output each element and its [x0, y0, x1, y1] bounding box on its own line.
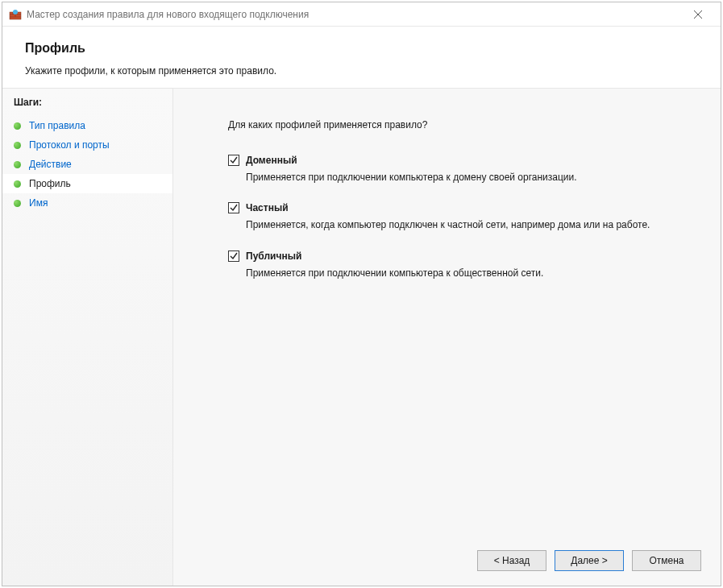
wizard-header: Профиль Укажите профили, к которым приме…	[2, 27, 721, 88]
window-title: Мастер создания правила для нового входя…	[27, 9, 682, 20]
option-description: Применяется при подключении компьютера к…	[228, 267, 671, 280]
option-label: Публичный	[246, 251, 301, 262]
step-item-profile[interactable]: Профиль	[2, 174, 172, 193]
step-item-name[interactable]: Имя	[2, 193, 172, 213]
page-subtitle: Укажите профили, к которым применяется э…	[25, 65, 698, 77]
option-private: Частный Применяется, когда компьютер под…	[228, 202, 696, 232]
check-row: Доменный	[228, 155, 696, 166]
option-label: Частный	[246, 202, 289, 213]
option-domain: Доменный Применяется при подключении ком…	[228, 155, 696, 184]
close-button[interactable]	[682, 3, 714, 26]
svg-point-6	[13, 10, 18, 14]
step-item-protocol-ports[interactable]: Протокол и порты	[2, 135, 172, 155]
back-button[interactable]: < Назад	[477, 550, 546, 571]
check-row: Публичный	[228, 251, 696, 262]
profile-question: Для каких профилей применяется правило?	[228, 119, 696, 130]
step-label: Протокол и порты	[29, 139, 110, 151]
option-label: Доменный	[246, 155, 297, 166]
main-content: Для каких профилей применяется правило? …	[173, 89, 721, 539]
wizard-body: Шаги: Тип правила Протокол и порты Дейст…	[2, 88, 721, 586]
step-label: Имя	[29, 197, 48, 209]
cancel-button[interactable]: Отмена	[632, 550, 701, 571]
checkbox-private[interactable]	[228, 202, 239, 213]
step-label: Тип правила	[29, 120, 85, 131]
checkbox-public[interactable]	[228, 251, 239, 262]
steps-title: Шаги:	[2, 89, 172, 116]
main-panel: Для каких профилей применяется правило? …	[173, 88, 721, 586]
wizard-window: Мастер создания правила для нового входя…	[2, 2, 721, 586]
wizard-footer: < Назад Далее > Отмена	[173, 539, 721, 586]
page-title: Профиль	[25, 41, 698, 56]
option-description: Применяется при подключении компьютера к…	[228, 171, 671, 184]
step-label: Действие	[29, 159, 72, 170]
steps-sidebar: Шаги: Тип правила Протокол и порты Дейст…	[2, 88, 173, 586]
option-public: Публичный Применяется при подключении ко…	[228, 251, 696, 280]
step-bullet-icon	[14, 122, 21, 130]
step-bullet-icon	[14, 180, 21, 188]
step-bullet-icon	[14, 142, 21, 149]
checkbox-domain[interactable]	[228, 155, 239, 166]
check-row: Частный	[228, 202, 696, 213]
step-item-rule-type[interactable]: Тип правила	[2, 116, 172, 135]
step-bullet-icon	[14, 161, 21, 168]
option-description: Применяется, когда компьютер подключен к…	[228, 218, 671, 232]
titlebar: Мастер создания правила для нового входя…	[2, 2, 721, 27]
step-item-action[interactable]: Действие	[2, 155, 172, 174]
next-button[interactable]: Далее >	[555, 550, 624, 571]
firewall-icon	[9, 8, 22, 21]
step-bullet-icon	[14, 200, 21, 207]
step-label: Профиль	[29, 178, 71, 189]
